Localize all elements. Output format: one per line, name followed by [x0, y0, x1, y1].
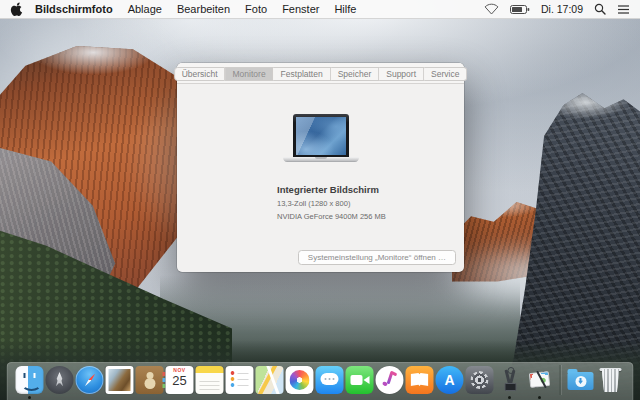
dock: NOV25A — [7, 362, 634, 400]
display-title: Integrierter Bildschirm — [277, 184, 379, 195]
facetime-dock-icon[interactable] — [346, 366, 374, 394]
menu-item-hilfe[interactable]: Hilfe — [334, 3, 356, 15]
wallpaper-left-granite — [0, 148, 160, 318]
photos-icon-art — [290, 370, 310, 390]
launchpad-dock-icon[interactable] — [46, 366, 74, 394]
safari-icon-art — [83, 373, 96, 387]
wallpaper-right-ridge — [452, 148, 640, 290]
dock-divider — [560, 365, 561, 395]
wifi-icon[interactable] — [484, 3, 499, 15]
finder-dock-icon[interactable] — [16, 366, 44, 394]
macbook-image — [283, 114, 359, 162]
wallpaper-mist — [0, 12, 185, 162]
spotlight-icon[interactable] — [594, 3, 606, 15]
downloads-icon-art — [568, 372, 594, 390]
menu-item-ablage[interactable]: Ablage — [128, 3, 162, 15]
itunes-dock-icon[interactable] — [376, 366, 404, 394]
macbook-screen — [293, 114, 349, 157]
calendar-day-label: 25 — [166, 374, 194, 388]
safari-dock-icon[interactable] — [76, 366, 104, 394]
messages-icon-art — [321, 373, 339, 385]
macbook-base — [283, 157, 359, 162]
facetime-icon-art — [351, 375, 363, 385]
menu-bar-status: Di. 17:09 — [484, 3, 640, 15]
contacts-dock-icon[interactable] — [136, 366, 164, 394]
running-indicator — [28, 396, 31, 399]
running-indicator — [538, 396, 541, 399]
appstore-dock-icon[interactable]: A — [436, 366, 464, 394]
macbook-display-wallpaper — [296, 117, 346, 155]
apple-menu-icon[interactable] — [10, 2, 23, 16]
window-content: Integrierter Bildschirm 13,3-Zoll (1280 … — [177, 84, 464, 271]
menu-item-bearbeiten[interactable]: Bearbeiten — [177, 3, 230, 15]
system-information-window: ÜbersichtMonitoreFestplattenSpeicherSupp… — [177, 63, 464, 272]
calendar-dock-icon[interactable]: NOV25 — [166, 366, 194, 394]
itunes-icon-art — [387, 372, 393, 384]
menu-bar-menus: AblageBearbeitenFotoFensterHilfe — [128, 3, 372, 15]
grab-dock-icon[interactable] — [526, 366, 554, 394]
menu-bar-clock[interactable]: Di. 17:09 — [541, 3, 583, 15]
wallpaper-right-fog — [436, 238, 636, 310]
mail-dock-icon[interactable] — [106, 366, 134, 394]
photos-dock-icon[interactable] — [286, 366, 314, 394]
display-graphics: NVIDIA GeForce 9400M 256 MB — [277, 212, 386, 221]
open-displays-settings-button[interactable]: Systemeinstellung „Monitore“ öffnen … — [298, 250, 456, 265]
app-menu-title[interactable]: Bildschirmfoto — [35, 3, 113, 15]
ibooks-dock-icon[interactable] — [406, 366, 434, 394]
battery-icon[interactable] — [510, 4, 530, 15]
desktop[interactable]: Bildschirmfoto AblageBearbeitenFotoFenst… — [0, 0, 640, 400]
trash-dock-icon[interactable] — [597, 366, 625, 394]
running-indicator — [508, 396, 511, 399]
system-preferences-icon-art — [471, 371, 489, 389]
tab-monitore[interactable]: Monitore — [226, 67, 274, 81]
system-preferences-dock-icon[interactable] — [466, 366, 494, 394]
tab-service[interactable]: Service — [424, 67, 467, 81]
system-information-dock-icon[interactable] — [496, 366, 524, 394]
tab-speicher[interactable]: Speicher — [331, 67, 380, 81]
wallpaper-right-cliff — [503, 93, 640, 400]
menu-item-foto[interactable]: Foto — [245, 3, 267, 15]
tab-festplatten[interactable]: Festplatten — [274, 67, 331, 81]
mail-icon-art — [109, 369, 131, 391]
maps-dock-icon[interactable] — [256, 366, 284, 394]
notes-icon-art — [200, 378, 220, 390]
ibooks-icon-art — [411, 373, 429, 386]
messages-dock-icon[interactable] — [316, 366, 344, 394]
tab-support[interactable]: Support — [379, 67, 424, 81]
trash-icon-art — [601, 369, 621, 392]
display-size-resolution: 13,3-Zoll (1280 x 800) — [277, 199, 350, 208]
window-titlebar[interactable]: ÜbersichtMonitoreFestplattenSpeicherSupp… — [177, 63, 464, 84]
tab-übersicht[interactable]: Übersicht — [174, 67, 226, 81]
appstore-letter: A — [444, 373, 454, 387]
menu-bar: Bildschirmfoto AblageBearbeitenFotoFenst… — [0, 0, 640, 19]
reminders-dock-icon[interactable] — [226, 366, 254, 394]
toolbar-tabs: ÜbersichtMonitoreFestplattenSpeicherSupp… — [174, 67, 468, 81]
reminders-icon-art — [226, 366, 254, 394]
menu-bar-left: Bildschirmfoto AblageBearbeitenFotoFenst… — [0, 2, 371, 16]
downloads-dock-icon[interactable] — [567, 366, 595, 394]
launchpad-icon-art — [55, 372, 65, 387]
menu-item-fenster[interactable]: Fenster — [282, 3, 319, 15]
notes-dock-icon[interactable] — [196, 366, 224, 394]
grab-icon-art — [529, 371, 550, 388]
notification-center-icon[interactable] — [617, 4, 630, 15]
